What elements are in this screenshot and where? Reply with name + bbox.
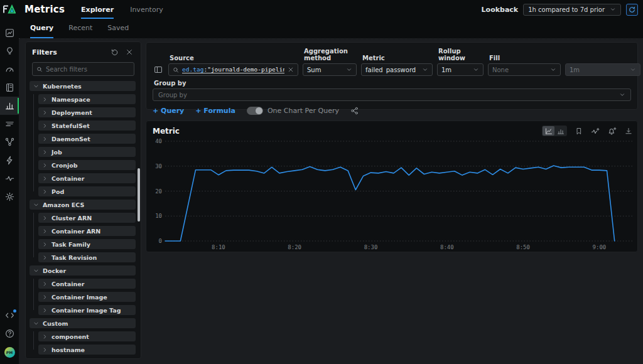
rail-item-help[interactable] xyxy=(0,324,19,343)
fill-select[interactable]: None xyxy=(488,63,561,76)
chevron-right-icon xyxy=(42,110,48,115)
chevron-right-icon xyxy=(42,334,48,340)
filter-item-container-image[interactable]: Container Image xyxy=(38,292,136,302)
topbar-right-group: Lookback 1h compared to 7d prior xyxy=(482,4,643,16)
filter-item-task-family[interactable]: Task Family xyxy=(38,239,136,249)
rail-item-developer[interactable] xyxy=(0,306,19,324)
download-button[interactable] xyxy=(625,127,632,135)
filter-item-task-revision[interactable]: Task Revision xyxy=(38,252,136,262)
tab-recent[interactable]: Recent xyxy=(68,24,92,38)
filter-item-pod[interactable]: Pod xyxy=(38,186,136,196)
filter-item-container-arn[interactable]: Container ARN xyxy=(38,226,136,236)
source-input[interactable]: ed.tag:"journald-demo-pipeline" xyxy=(168,63,298,76)
chevron-right-icon xyxy=(42,189,48,195)
rail-item-actions[interactable] xyxy=(0,151,19,169)
rail-item-monitors[interactable] xyxy=(0,169,19,188)
close-filters-button[interactable] xyxy=(124,47,134,57)
add-monitor-button[interactable] xyxy=(591,127,600,136)
line-chart-type-button[interactable] xyxy=(543,126,554,136)
bar-chart-type-button[interactable] xyxy=(554,126,566,136)
aggregation-select[interactable]: Sum xyxy=(303,63,357,76)
svg-text:10: 10 xyxy=(155,213,162,219)
tab-saved[interactable]: Saved xyxy=(107,24,129,38)
svg-text:40: 40 xyxy=(155,138,162,144)
tab-inventory[interactable]: Inventory xyxy=(130,0,163,19)
collapse-query-button[interactable] xyxy=(153,63,164,76)
group-by-input[interactable] xyxy=(158,92,619,99)
add-query-button[interactable]: + Query xyxy=(153,107,184,115)
filter-item-daemonset[interactable]: DaemonSet xyxy=(38,134,136,144)
rail-item-topology[interactable] xyxy=(0,133,19,151)
filter-item-cluster-arn[interactable]: Cluster ARN xyxy=(38,213,136,223)
clear-source-button[interactable] xyxy=(288,67,294,73)
filter-item-hostname[interactable]: hostname xyxy=(38,345,136,355)
rail-item-settings[interactable] xyxy=(0,188,19,206)
rail-item-journals[interactable] xyxy=(0,78,19,97)
metric-select[interactable]: failed_password_count xyxy=(361,63,433,76)
filter-group-kubernetes[interactable]: Kubernetes xyxy=(30,81,136,91)
rail-item-dashboards[interactable] xyxy=(0,24,19,42)
filter-search-box[interactable] xyxy=(32,62,134,76)
filter-item-deployment[interactable]: Deployment xyxy=(38,107,136,117)
svg-text:8:30: 8:30 xyxy=(364,244,378,250)
top-bar: Metrics Explorer Inventory Lookback 1h c… xyxy=(19,0,643,19)
chevron-right-icon xyxy=(42,136,48,142)
tab-explorer[interactable]: Explorer xyxy=(81,0,114,19)
filter-item-component[interactable]: component xyxy=(38,331,136,341)
chart-type-segment xyxy=(542,126,567,136)
share-button[interactable] xyxy=(350,107,359,115)
filter-search-input[interactable] xyxy=(46,66,130,73)
app-logo[interactable] xyxy=(0,0,19,19)
filter-item-container[interactable]: Container xyxy=(38,279,136,289)
reset-filters-button[interactable] xyxy=(109,47,119,57)
dashboard-icon xyxy=(5,28,14,38)
svg-text:8:10: 8:10 xyxy=(212,244,225,250)
chevron-right-icon xyxy=(42,242,48,247)
chevron-down-icon xyxy=(619,92,625,98)
filter-group-custom[interactable]: Custom xyxy=(30,318,136,328)
tab-query[interactable]: Query xyxy=(30,24,53,38)
filter-item-container[interactable]: Container xyxy=(38,173,136,183)
one-chart-toggle-group: One Chart Per Query xyxy=(247,107,339,115)
pulse-icon xyxy=(5,174,14,183)
svg-text:20: 20 xyxy=(155,188,162,195)
rail-item-insights[interactable] xyxy=(0,42,19,60)
chevron-right-icon xyxy=(42,281,48,287)
source-query-token: ed.tag:"journald-demo-pipeline" xyxy=(182,66,284,73)
group-by-field[interactable] xyxy=(153,88,631,101)
search-icon xyxy=(36,66,43,73)
rail-item-gauges[interactable] xyxy=(0,60,19,78)
chevron-down-icon xyxy=(33,268,39,274)
chart-title: Metric xyxy=(153,127,180,136)
chevron-right-icon xyxy=(42,255,48,260)
filter-group-children: componenthostname xyxy=(38,331,136,355)
filter-item-container-image-tag[interactable]: Container Image Tag xyxy=(38,305,136,315)
rail-item-metrics[interactable] xyxy=(0,97,19,115)
one-chart-per-query-toggle[interactable] xyxy=(247,107,263,115)
add-formula-button[interactable]: + Formula xyxy=(195,107,235,115)
svg-text:8:20: 8:20 xyxy=(288,244,301,250)
bar-chart-icon xyxy=(557,127,565,135)
refresh-button[interactable] xyxy=(626,4,638,16)
filter-group-amazon-ecs[interactable]: Amazon ECS xyxy=(30,200,136,210)
metric-line-chart[interactable]: 0102030408:108:208:308:408:509:00 xyxy=(146,121,639,253)
interval-select-disabled: 1m xyxy=(565,63,640,76)
rollup-select[interactable]: 1m xyxy=(437,63,484,76)
chevron-right-icon xyxy=(42,215,48,221)
svg-text:8:50: 8:50 xyxy=(516,244,530,250)
filter-item-statefulset[interactable]: StatefulSet xyxy=(38,120,136,131)
filter-item-namespace[interactable]: Namespace xyxy=(38,94,136,104)
chevron-down-icon xyxy=(550,67,556,73)
svg-text:0: 0 xyxy=(159,238,162,244)
search-icon xyxy=(173,67,179,73)
bookmark-button[interactable] xyxy=(575,127,583,135)
aggregation-label: Aggregation method xyxy=(303,48,357,62)
lookback-select[interactable]: 1h compared to 7d prior xyxy=(523,4,621,16)
user-avatar[interactable]: PM xyxy=(4,347,15,358)
filters-scrollbar[interactable] xyxy=(138,168,140,222)
filter-group-docker[interactable]: Docker xyxy=(30,265,136,276)
rail-item-logs[interactable] xyxy=(0,115,19,133)
filter-item-cronjob[interactable]: Cronjob xyxy=(38,160,136,170)
filter-item-job[interactable]: Job xyxy=(38,147,136,157)
add-alert-button[interactable] xyxy=(608,127,617,136)
